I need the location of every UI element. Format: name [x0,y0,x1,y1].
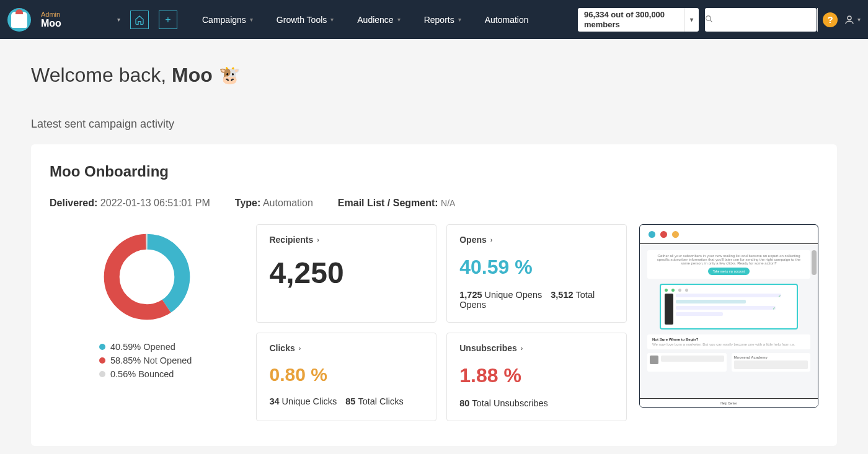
preview-cta: Take me to my account [708,268,750,275]
account-menu[interactable]: ▾ [844,14,861,25]
section-label: Latest sent campaign activity [31,118,837,131]
preview-section-title: Not Sure Where to Begin? [652,338,698,341]
new-button[interactable]: + [159,11,177,29]
nav-growth-tools[interactable]: Growth Tools▾ [277,15,334,25]
clicks-pct: 0.80 % [269,364,423,385]
email-preview[interactable]: Gather all your subscribers in your now … [639,224,818,408]
preview-scrollbar [812,250,817,275]
svg-point-0 [706,15,711,20]
chevron-down-icon: ▾ [330,16,334,23]
chevron-right-icon: › [521,344,523,352]
preview-help-center: Help Center [640,398,818,407]
campaign-meta: Delivered: 2022-01-13 06:51:01 PM Type: … [50,198,818,209]
nav-audience[interactable]: Audience▾ [357,15,400,25]
member-count-dropdown[interactable]: 96,334 out of 300,000 members ▾ [578,8,699,32]
chevron-down-icon: ▾ [117,16,120,23]
window-dot-icon [660,231,667,238]
preview-winbar [640,225,818,243]
donut-chart [100,230,193,323]
campaign-card: Moo Onboarding Delivered: 2022-01-13 06:… [31,144,837,446]
stat-clicks: Clicks› 0.80 % 34Unique Clicks 85Total C… [256,333,436,421]
legend-dot-bounced [99,371,105,377]
chevron-down-icon: ▾ [458,16,461,23]
help-button[interactable]: ? [823,12,838,27]
chevron-right-icon: › [299,344,301,352]
top-nav: Admin Moo ▾ + Campaigns▾ Growth Tools▾ A… [0,0,868,39]
svg-line-1 [710,20,712,22]
nav-items: Campaigns▾ Growth Tools▾ Audience▾ Repor… [202,15,529,25]
stat-opens-head[interactable]: Opens› [459,235,614,245]
preview-academy-label: Moosend Academy [734,356,768,359]
stat-unsubscribes: Unsubscribes› 1.88 % 80Total Unsubscribe… [446,333,627,421]
chevron-down-icon: ▾ [684,8,699,32]
unsubs-pct: 1.88 % [459,364,614,387]
org-name: Moo [41,18,61,29]
stat-recipients-head[interactable]: Recipients› [269,235,423,245]
search-box: All▾ [705,8,817,32]
svg-point-2 [848,16,851,20]
preview-hero-text: Gather all your subscribers in your now … [652,254,805,265]
welcome-heading: Welcome back, Moo 🐮 [31,64,837,87]
nav-campaigns[interactable]: Campaigns▾ [202,15,253,25]
campaign-title: Moo Onboarding [50,163,818,180]
window-dot-icon [649,231,655,238]
home-button[interactable] [130,11,149,29]
user-icon [844,14,855,25]
chevron-right-icon: › [490,236,493,243]
donut-legend: 40.59% Opened 58.85% Not Opened 0.56% Bo… [50,342,192,383]
nav-reports[interactable]: Reports▾ [424,15,461,25]
stat-recipients: Recipients› 4,250 [256,224,436,323]
svg-point-5 [112,242,182,312]
legend-dot-opened [99,344,105,350]
home-icon [135,15,144,25]
search-input[interactable] [713,15,817,24]
opens-pct: 40.59 % [459,256,614,279]
chevron-down-icon: ▾ [857,16,861,23]
chevron-down-icon: ▾ [250,16,253,23]
stat-clicks-head[interactable]: Clicks› [269,343,423,353]
window-dot-icon [672,231,679,238]
chevron-down-icon: ▾ [397,16,401,23]
search-icon [705,15,713,25]
stat-unsubs-head[interactable]: Unsubscribes› [459,343,614,353]
cow-icon: 🐮 [219,65,241,85]
legend-dot-not-opened [99,357,105,364]
recipients-value: 4,250 [269,256,423,290]
donut-chart-column: 40.59% Opened 58.85% Not Opened 0.56% Bo… [50,224,244,383]
plus-icon: + [165,14,170,25]
main-content: Welcome back, Moo 🐮 Latest sent campaign… [0,39,868,454]
chevron-right-icon: › [317,236,319,243]
role-label: Admin [41,11,61,18]
member-count-text: 96,334 out of 300,000 members [578,10,684,29]
stats-grid: Recipients› 4,250 Opens› 40.59 % 1,725Un… [256,224,627,421]
nav-automation[interactable]: Automation [485,15,529,25]
stat-opens: Opens› 40.59 % 1,725Unique Opens 3,512To… [446,224,627,323]
org-switcher[interactable]: Admin Moo ▾ [37,11,124,29]
logo[interactable] [7,8,31,32]
